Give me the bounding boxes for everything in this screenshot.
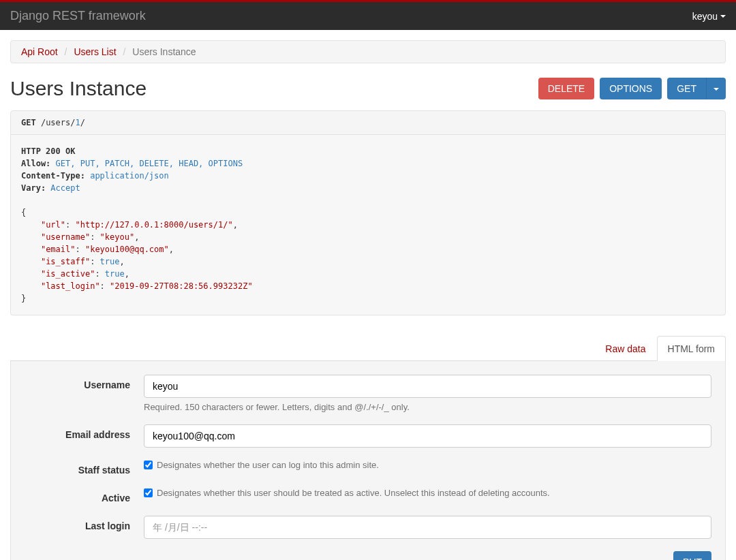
staff-status-checkbox[interactable] — [144, 461, 153, 469]
navbar-user-label: keyou — [692, 11, 718, 22]
tab-raw-data[interactable]: Raw data — [594, 336, 656, 361]
form-tabs: Raw data HTML form — [10, 336, 726, 361]
get-button[interactable]: GET — [667, 78, 706, 99]
navbar: Django REST framework keyou — [0, 0, 736, 30]
breadcrumb-users-list[interactable]: Users List — [74, 46, 116, 57]
last-login-input[interactable] — [144, 516, 711, 539]
active-checkbox[interactable] — [144, 488, 153, 497]
staff-status-help: Designates whether the user can log into… — [157, 460, 379, 470]
page-title: Users Instance — [10, 77, 147, 100]
caret-down-icon — [714, 88, 719, 91]
active-label: Active — [25, 488, 144, 503]
get-dropdown-toggle[interactable] — [706, 78, 726, 99]
breadcrumb: Api Root / Users List / Users Instance — [10, 40, 726, 63]
breadcrumb-separator: / — [119, 46, 130, 57]
username-input[interactable] — [144, 375, 711, 398]
page-header: Users Instance DELETE OPTIONS GET — [10, 77, 726, 100]
request-info: GET /users/1/ — [10, 110, 726, 135]
get-button-group: GET — [667, 78, 726, 99]
username-help: Required. 150 characters or fewer. Lette… — [144, 402, 711, 412]
form-panel: Username Required. 150 characters or few… — [10, 361, 726, 560]
email-label: Email address — [25, 424, 144, 440]
navbar-brand[interactable]: Django REST framework — [10, 9, 146, 23]
response-body: HTTP 200 OK Allow: GET, PUT, PATCH, DELE… — [10, 135, 726, 315]
put-submit-button[interactable]: PUT — [673, 551, 711, 560]
delete-button[interactable]: DELETE — [538, 78, 594, 99]
breadcrumb-current: Users Instance — [132, 46, 196, 57]
navbar-user-menu[interactable]: keyou — [692, 11, 726, 22]
breadcrumb-separator: / — [61, 46, 72, 57]
last-login-label: Last login — [25, 516, 144, 531]
email-input[interactable] — [144, 424, 711, 448]
staff-status-label: Staff status — [25, 460, 144, 476]
request-method: GET — [21, 118, 36, 127]
tab-html-form[interactable]: HTML form — [657, 336, 726, 361]
breadcrumb-api-root[interactable]: Api Root — [21, 46, 58, 57]
caret-down-icon — [720, 15, 726, 18]
options-button[interactable]: OPTIONS — [600, 78, 662, 99]
username-label: Username — [25, 375, 144, 390]
active-help: Designates whether this user should be t… — [157, 488, 550, 498]
